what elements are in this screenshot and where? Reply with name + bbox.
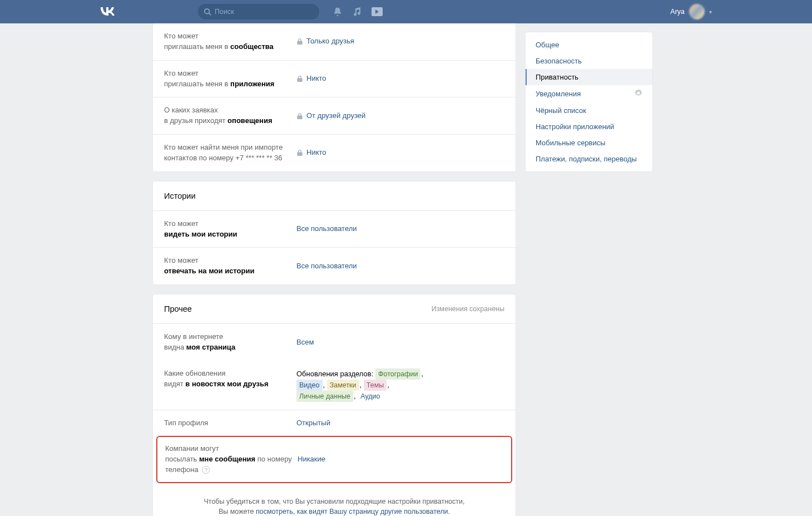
header-icons — [333, 7, 383, 17]
row-other-b-0-label: Тип профиля — [164, 418, 296, 429]
row-other-b-0: Тип профиляОткрытый — [153, 410, 516, 436]
panel-stories-title: Истории — [164, 191, 195, 200]
tag-1[interactable]: Видео — [296, 380, 323, 391]
row-top-2-label: О каких заявкахв друзья приходят оповеще… — [164, 105, 296, 126]
search-input-wrap[interactable] — [198, 4, 319, 19]
row-other-b-0-value[interactable]: Открытый — [296, 418, 330, 429]
avatar — [689, 4, 705, 19]
row-top-1-value[interactable]: Никто — [296, 68, 326, 90]
username: Arya — [670, 8, 685, 16]
tag-5[interactable]: Аудио — [358, 391, 383, 402]
row-top-2: О каких заявкахв друзья приходят оповеще… — [153, 97, 516, 135]
row-top-1-label: Кто можетприглашать меня в приложения — [164, 68, 296, 90]
help-icon[interactable]: ? — [202, 466, 210, 474]
tag-2[interactable]: Заметки — [327, 380, 359, 391]
row-stories-1-value[interactable]: Все пользователи — [296, 255, 357, 277]
row-stories-0: Кто можетвидеть мои историиВсе пользоват… — [153, 211, 516, 248]
vk-logo-icon — [100, 7, 115, 16]
row-stories-0-value[interactable]: Все пользователи — [296, 219, 357, 240]
footnote: Чтобы убедиться в том, что Вы установили… — [153, 488, 516, 516]
lock-icon — [296, 38, 303, 45]
row-updates-value[interactable]: Обновления разделов: Фотографии, Видео, … — [296, 368, 423, 402]
menu-item-5[interactable]: Настройки приложений — [526, 119, 652, 135]
row-companies-label: Компании могут посылать мне сообщения по… — [165, 444, 298, 475]
row-stories-1-label: Кто можетотвечать на мои истории — [164, 255, 296, 277]
search-icon — [204, 8, 211, 16]
top-header: Arya ▾ — [0, 0, 812, 23]
row-top-3: Кто может найти меня при импортеконтакто… — [153, 135, 516, 171]
menu-item-0[interactable]: Общее — [526, 37, 652, 53]
menu-item-1[interactable]: Безопасность — [526, 53, 652, 69]
search-input[interactable] — [215, 8, 314, 16]
tag-4[interactable]: Личные данные — [296, 391, 353, 402]
saved-notice: Изменения сохранены — [432, 305, 504, 313]
svg-line-1 — [209, 13, 211, 16]
row-companies: Компании могут посылать мне сообщения по… — [157, 437, 511, 482]
preview-link[interactable]: посмотреть, как видят Вашу страницу друг… — [256, 508, 450, 515]
lock-icon — [296, 75, 303, 82]
panel-other: Прочее Изменения сохранены Кому в интерн… — [152, 294, 516, 516]
page: Кто можетприглашать меня в сообществаТол… — [152, 23, 660, 516]
music-icon[interactable] — [353, 7, 362, 16]
row-other-a-0-value[interactable]: Всем — [296, 332, 314, 353]
tag-0[interactable]: Фотографии — [375, 368, 420, 380]
chevron-down-icon: ▾ — [709, 9, 712, 15]
row-top-3-value[interactable]: Никто — [296, 142, 326, 164]
menu-item-3[interactable]: Уведомления — [526, 85, 652, 102]
gear-icon[interactable] — [635, 89, 642, 99]
svg-point-0 — [205, 9, 210, 14]
menu-item-4[interactable]: Чёрный список — [526, 102, 652, 119]
row-top-0: Кто можетприглашать меня в сообществаТол… — [153, 23, 516, 61]
aside-column: ОбщееБезопасностьПриватностьУведомленияЧ… — [525, 23, 653, 172]
row-other-a-0-label: Кому в интернетевидна моя страница — [164, 332, 296, 353]
row-updates-label: Какие обновления видят в новостях мои др… — [164, 368, 296, 402]
lock-icon — [296, 112, 303, 120]
user-menu[interactable]: Arya ▾ — [670, 4, 712, 19]
panel-other-title: Прочее — [164, 304, 192, 313]
panel-stories-head: Истории — [153, 181, 516, 211]
panel-invites: Кто можетприглашать меня в сообществаТол… — [152, 23, 516, 172]
panel-stories: Истории Кто можетвидеть мои историиВсе п… — [152, 181, 516, 285]
menu-item-7[interactable]: Платежи, подписки, переводы — [526, 151, 652, 167]
row-top-0-label: Кто можетприглашать меня в сообщества — [164, 31, 296, 52]
notifications-icon[interactable] — [333, 7, 343, 17]
row-companies-value[interactable]: Никакие — [298, 444, 325, 475]
settings-menu: ОбщееБезопасностьПриватностьУведомленияЧ… — [525, 32, 653, 172]
row-top-0-value[interactable]: Только друзья — [296, 31, 354, 52]
row-top-2-value[interactable]: От друзей друзей — [296, 105, 365, 126]
row-top-3-label: Кто может найти меня при импортеконтакто… — [164, 142, 296, 164]
menu-item-2[interactable]: Приватность — [526, 69, 652, 85]
header-inner: Arya ▾ — [100, 0, 712, 23]
row-stories-0-label: Кто можетвидеть мои истории — [164, 219, 296, 240]
video-icon[interactable] — [372, 7, 383, 16]
vk-logo[interactable] — [100, 4, 115, 19]
row-other-a-0: Кому в интернетевидна моя страницаВсем — [153, 324, 516, 361]
tag-3[interactable]: Темы — [364, 380, 387, 391]
lock-icon — [296, 149, 303, 156]
main-column: Кто можетприглашать меня в сообществаТол… — [152, 23, 516, 516]
menu-item-6[interactable]: Мобильные сервисы — [526, 135, 652, 151]
panel-other-head: Прочее Изменения сохранены — [153, 294, 516, 324]
row-top-1: Кто можетприглашать меня в приложенияНик… — [153, 61, 516, 98]
row-updates: Какие обновления видят в новостях мои др… — [153, 361, 516, 410]
row-stories-1: Кто можетотвечать на мои историиВсе поль… — [153, 248, 516, 284]
highlighted-setting: Компании могут посылать мне сообщения по… — [156, 436, 512, 483]
